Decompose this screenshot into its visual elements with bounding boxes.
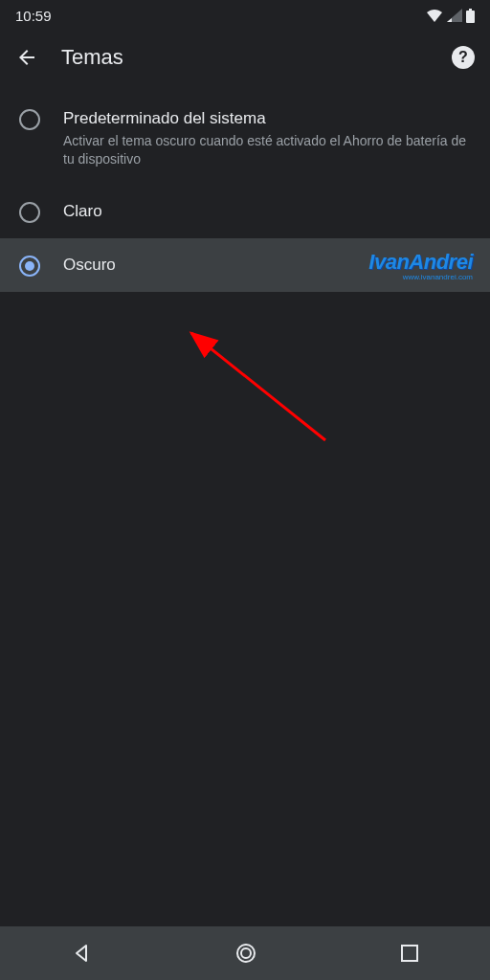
help-icon[interactable]: ? [452,46,475,69]
svg-rect-1 [469,9,472,11]
option-light[interactable]: Claro [0,185,490,238]
signal-icon [447,9,462,22]
option-title: Predeterminado del sistema [63,107,471,130]
nav-recent-icon[interactable] [401,945,418,962]
svg-point-5 [241,948,251,958]
option-title: Claro [63,200,471,223]
back-icon[interactable] [15,46,38,69]
theme-options-list: Predeterminado del sistema Activar el te… [0,92,490,292]
nav-home-icon[interactable] [234,942,257,965]
option-subtitle: Activar el tema oscuro cuando esté activ… [63,132,471,169]
svg-rect-6 [402,946,417,961]
watermark-main: IvanAndrei [368,249,473,274]
status-time: 10:59 [15,8,52,24]
watermark: IvanAndrei www.ivanandrei.com [368,249,473,280]
app-bar: Temas ? [0,31,490,84]
battery-icon [466,9,475,23]
option-dark[interactable]: Oscuro IvanAndrei www.ivanandrei.com [0,238,490,292]
page-title: Temas [61,45,429,70]
navigation-bar [0,926,490,980]
option-text: Predeterminado del sistema Activar el te… [63,107,471,169]
option-text: Claro [63,200,471,223]
status-icons [426,9,475,23]
nav-back-icon[interactable] [72,944,91,963]
radio-icon [19,202,40,223]
option-system-default[interactable]: Predeterminado del sistema Activar el te… [0,92,490,185]
radio-icon [19,109,40,130]
svg-point-4 [237,945,255,962]
wifi-icon [426,9,443,22]
status-bar: 10:59 [0,0,490,31]
svg-line-3 [191,333,325,440]
radio-icon [19,256,40,277]
svg-rect-0 [466,11,475,23]
